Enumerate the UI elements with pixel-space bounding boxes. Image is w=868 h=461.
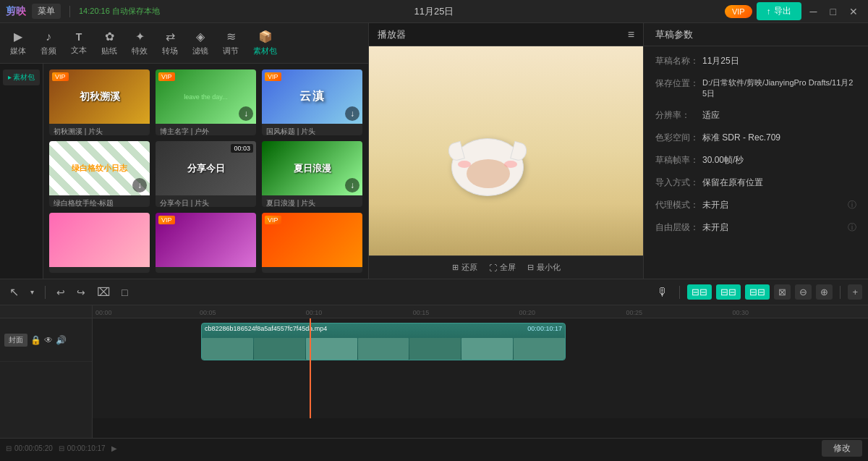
snap-btn-2[interactable]: ⊟⊟ [716,284,741,300]
prop-row-save: 保存位置： D:/日常软件/剪映/JianyingPro Drafts/11月2… [655,77,856,99]
asset-card-2[interactable]: VIP leave the day... ↓ 博主名字 | 户外 [156,69,256,135]
close-window-button[interactable]: ✕ [845,4,862,19]
restore-window-button[interactable]: □ [826,4,841,19]
prop-value-res: 适应 [702,109,856,122]
tool-adjust[interactable]: ≋ 调节 [216,25,246,61]
download-icon[interactable]: ↓ [132,178,147,193]
asset-card-3[interactable]: VIP 云滇 ↓ 国风标题 | 片头 [262,69,362,135]
timeline-body: 封面 🔒 👁 🔊 00:00 00:05 00:10 00:15 00:20 0… [0,305,868,438]
asset-card-6[interactable]: 夏日浪漫 ↓ 夏日浪漫 | 片头 [262,141,362,207]
asset-card-9[interactable]: VIP [262,213,362,273]
prop-value-layer: 未开启 [702,221,845,234]
prop-value-proxy: 未开启 [702,199,845,211]
adjust-icon: ≋ [226,30,236,43]
timeline-tracks: 00:00 00:05 00:10 00:15 00:20 00:25 00:3… [93,305,868,438]
asset-label-3: 国风标题 | 片头 [262,124,362,135]
ruler-mark-6: 00:30 [732,309,749,316]
effect-icon: ✦ [135,30,145,43]
asset-card-7[interactable] [49,213,150,273]
filter-icon: ◈ [196,30,205,43]
fullscreen-button[interactable]: ⛶ 全屏 [489,262,516,273]
ruler-mark-5: 00:25 [626,309,643,316]
tool-assets[interactable]: 📦 素材包 [246,25,284,61]
asset-card-1[interactable]: VIP 初秋溯溪 初秋溯溪 | 片头 [49,69,150,135]
vip-badge: VIP [265,72,281,81]
download-icon[interactable]: ↓ [239,106,253,121]
playhead[interactable] [310,318,311,418]
cursor-dropdown-button[interactable]: ▾ [27,286,38,298]
restore-view-button[interactable]: ⊞ 还原 [452,262,477,273]
prop-label-res: 分辨率： [655,109,702,122]
minimize-window-button[interactable]: ─ [806,4,822,19]
redo-button[interactable]: ↪ [73,284,89,300]
autosave-status: 14:20:16 自动保存本地 [79,6,160,17]
snap-btn-3[interactable]: ⊟⊟ [745,284,770,300]
snap-btn-1[interactable]: ⊟⊟ [687,284,712,300]
prop-row-color: 色彩空间： 标准 SDR - Rec.709 [655,132,856,144]
asset-label-4: 绿白格纹手绘-标题 [49,195,150,207]
tool-transition[interactable]: ⇄ 转场 [155,25,185,61]
cursor-tool-button[interactable]: ↖ [6,283,22,301]
tool-audio[interactable]: ♪ 音频 [33,26,64,61]
props-header: 草稿参数 [644,23,868,46]
undo-button[interactable]: ↩ [53,284,69,300]
app-logo: 剪映 [6,5,26,18]
tool-filter[interactable]: ◈ 滤镜 [185,25,216,61]
tool-effect[interactable]: ✦ 特效 [124,25,155,61]
tool-media[interactable]: ▶ 媒体 [3,25,33,61]
date-display: 11月25日 [414,5,454,18]
prop-row-layer: 自由层级： 未开启 ⓘ [655,221,856,234]
restore-icon: ⊞ [452,263,459,272]
minimize-view-button[interactable]: ⊟ 最小化 [527,262,561,273]
add-track-button[interactable]: + [848,284,862,300]
asset-label-6: 夏日浪漫 | 片头 [262,195,362,207]
audio-track-icon[interactable]: 🔊 [56,335,67,345]
duration-badge: 00:03 [231,144,253,153]
text-icon: T [76,31,82,43]
asset-label-7 [49,267,150,273]
thumb-4 [358,338,409,360]
vip-button[interactable]: VIP [725,5,752,18]
download-icon[interactable]: ↓ [345,178,359,193]
clip-duration: 00:00:10:17 [527,325,562,332]
player-controls: ⊞ 还原 ⛶ 全屏 ⊟ 最小化 [369,255,643,279]
mic-button[interactable]: 🎙 [653,284,672,301]
fullscreen-icon: ⛶ [489,263,497,272]
player-menu-icon[interactable]: ≡ [628,28,634,41]
snap-btn-4[interactable]: ⊠ [774,284,791,300]
modify-button[interactable]: 修改 [822,440,862,457]
toolbar: ▶ 媒体 ♪ 音频 T 文本 ✿ 贴纸 ✦ 特效 ⇄ 转场 [0,23,368,64]
main-area: ▶ 媒体 ♪ 音频 T 文本 ✿ 贴纸 ✦ 特效 ⇄ 转场 [0,23,868,279]
asset-card-5[interactable]: 00:03 分享今日 分享今日 | 片头 [156,141,256,207]
player-panel: 播放器 ≡ ⊞ 还原 [369,23,644,279]
eye-icon[interactable]: 👁 [44,335,53,345]
clip-filename: cb82286b186524f8a5af4557fc7f45da.mp4 [205,325,327,332]
duration-display: ⊟ 00:00:10:17 [59,444,106,452]
play-button[interactable]: ▶ [111,444,117,452]
ruler-mark-0: 00:00 [95,309,112,316]
zoom-out-button[interactable]: ⊖ [795,284,812,300]
asset-area: ▸ 素材包 VIP 初秋溯溪 初秋溯溪 | 片头 VIP leave the d… [0,64,368,279]
prop-row-proxy: 代理模式： 未开启 ⓘ [655,199,856,211]
asset-card-4[interactable]: 绿白格纹小日志 ↓ 绿白格纹手绘-标题 [49,141,150,207]
delete-button[interactable]: □ [118,284,131,300]
menu-button[interactable]: 菜单 [32,4,61,19]
lock-icon[interactable]: 🔒 [30,335,41,345]
prop-label-import: 导入方式： [655,177,702,189]
export-button[interactable]: ↑ 导出 [757,2,801,20]
tool-text[interactable]: T 文本 [64,27,94,60]
split-button[interactable]: ⌧ [93,283,114,301]
asset-label-5: 分享今日 | 片头 [156,195,256,207]
prop-label-save: 保存位置： [655,77,702,90]
layer-info-icon[interactable]: ⓘ [848,221,856,234]
zoom-in-button[interactable]: ⊕ [816,284,833,300]
asset-sidebar-item-assets[interactable]: ▸ 素材包 [3,69,40,85]
tool-sticker[interactable]: ✿ 贴纸 [94,25,124,61]
prop-label-name: 草稿名称： [655,55,702,67]
asset-card-8[interactable]: VIP [156,213,256,273]
video-clip[interactable]: cb82286b186524f8a5af4557fc7f45da.mp4 00:… [201,323,566,360]
download-icon[interactable]: ↓ [345,106,359,121]
proxy-info-icon[interactable]: ⓘ [848,199,856,211]
top-bar: 剪映 菜单 14:20:16 自动保存本地 11月25日 VIP ↑ 导出 ─ … [0,0,868,23]
thumb-3 [306,338,357,360]
